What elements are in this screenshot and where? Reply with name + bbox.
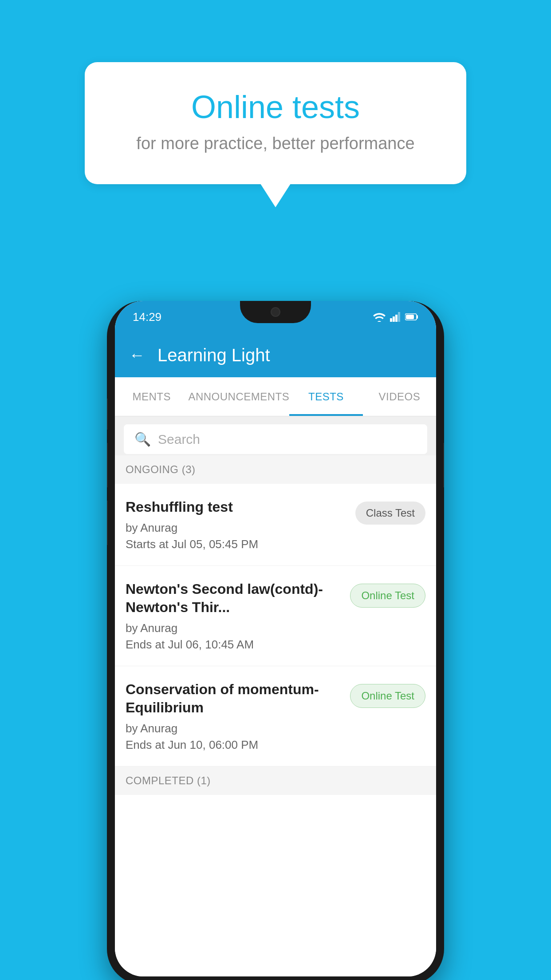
phone-screen: 14:29 (115, 301, 436, 976)
front-camera (271, 307, 280, 317)
test-info-conservation: Conservation of momentum-Equilibrium by … (126, 680, 350, 752)
tab-announcements[interactable]: ANNOUNCEMENTS (188, 377, 289, 416)
back-button[interactable]: ← (129, 346, 145, 364)
test-info-reshuffling: Reshuffling test by Anurag Starts at Jul… (126, 498, 355, 551)
badge-online-test-newton: Online Test (350, 584, 425, 608)
status-icons (373, 312, 418, 322)
phone-frame: 14:29 (107, 301, 444, 980)
app-title: Learning Light (157, 345, 270, 365)
test-info-newton: Newton's Second law(contd)-Newton's Thir… (126, 580, 350, 652)
promo-bubble: Online tests for more practice, better p… (85, 62, 466, 184)
test-time-newton: Ends at Jul 06, 10:45 AM (126, 638, 341, 652)
search-input-wrapper[interactable]: 🔍 Search (124, 424, 427, 454)
tab-videos[interactable]: VIDEOS (363, 377, 436, 416)
signal-icon (390, 312, 401, 322)
tab-ments[interactable]: MENTS (115, 377, 188, 416)
svg-rect-0 (390, 318, 392, 322)
test-title-reshuffling: Reshuffling test (126, 498, 346, 517)
silent-button (107, 501, 108, 545)
search-input[interactable]: Search (158, 432, 200, 447)
svg-rect-3 (398, 312, 400, 322)
ongoing-section-header: ONGOING (3) (115, 455, 436, 484)
test-author-reshuffling: by Anurag (126, 521, 346, 535)
search-icon: 🔍 (134, 431, 151, 447)
svg-rect-6 (406, 315, 414, 319)
wifi-icon (373, 312, 386, 322)
battery-icon (405, 313, 418, 321)
test-item-newton[interactable]: Newton's Second law(contd)-Newton's Thir… (115, 566, 436, 666)
svg-rect-1 (393, 316, 395, 322)
status-time: 14:29 (133, 310, 161, 324)
volume-up-button (107, 399, 108, 430)
power-button (443, 443, 444, 487)
bubble-subtitle: for more practice, better performance (120, 134, 431, 153)
badge-class-test: Class Test (355, 502, 425, 525)
volume-down-button (107, 443, 108, 487)
speech-bubble: Online tests for more practice, better p… (85, 62, 466, 184)
test-title-newton: Newton's Second law(contd)-Newton's Thir… (126, 580, 341, 617)
test-author-conservation: by Anurag (126, 722, 341, 735)
svg-rect-5 (417, 315, 418, 319)
phone-notch (240, 301, 311, 323)
test-title-conservation: Conservation of momentum-Equilibrium (126, 680, 341, 717)
completed-section-header: COMPLETED (1) (115, 767, 436, 795)
tab-tests[interactable]: TESTS (289, 377, 362, 416)
test-time-conservation: Ends at Jun 10, 06:00 PM (126, 738, 341, 752)
badge-online-test-conservation: Online Test (350, 684, 425, 708)
test-item-reshuffling[interactable]: Reshuffling test by Anurag Starts at Jul… (115, 484, 436, 566)
tab-bar: MENTS ANNOUNCEMENTS TESTS VIDEOS (115, 377, 436, 416)
test-item-conservation[interactable]: Conservation of momentum-Equilibrium by … (115, 666, 436, 767)
app-header: ← Learning Light (115, 333, 436, 377)
test-author-newton: by Anurag (126, 621, 341, 635)
bubble-title: Online tests (120, 89, 431, 125)
svg-rect-2 (395, 315, 398, 322)
test-time-reshuffling: Starts at Jul 05, 05:45 PM (126, 537, 346, 551)
content-area: ONGOING (3) Reshuffling test by Anurag S… (115, 455, 436, 976)
